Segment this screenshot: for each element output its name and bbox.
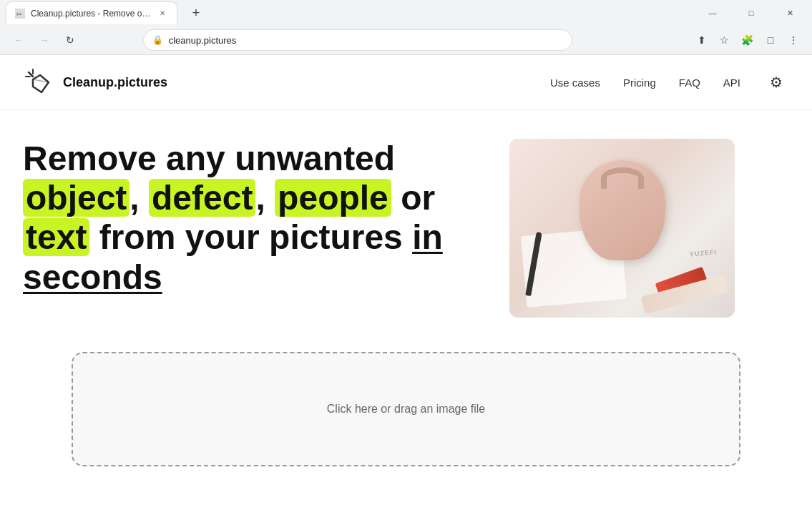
hero-underline-in: in <box>412 218 443 256</box>
brand-text-decoration: YUZEFI <box>690 248 718 258</box>
hero-plain1: Remove any unwanted <box>23 139 395 177</box>
hero-highlight-defect: defect <box>149 179 255 217</box>
hero-image: YUZEFI <box>509 139 735 318</box>
browser-tab[interactable]: ✂ Cleanup.pictures - Remove objec ✕ <box>6 1 177 24</box>
browser-toolbar: ⬆ ☆ 🧩 □ ⋮ <box>692 30 803 50</box>
hero-image-inner: YUZEFI <box>509 139 735 318</box>
new-tab-button[interactable]: + <box>186 3 206 23</box>
back-button[interactable]: ← <box>9 30 29 50</box>
title-bar: ✂ Cleanup.pictures - Remove objec ✕ + — … <box>0 0 812 26</box>
share-icon[interactable]: ⬆ <box>692 30 712 50</box>
hero-section: Remove any unwanted object, defect, peop… <box>0 110 812 340</box>
tab-favicon: ✂ <box>15 9 25 19</box>
window-controls: — □ ✕ <box>696 0 806 26</box>
hero-comma1: , <box>129 179 139 217</box>
address-bar: ← → ↻ 🔒 cleanup.pictures ⬆ ☆ 🧩 □ ⋮ <box>0 26 812 54</box>
bookmark-icon[interactable]: ☆ <box>715 30 735 50</box>
hero-highlight-people: people <box>275 179 391 217</box>
address-text: cleanup.pictures <box>169 35 563 46</box>
svg-text:✂: ✂ <box>16 11 22 18</box>
maximize-button[interactable]: □ <box>735 0 768 26</box>
hero-underline-seconds: seconds <box>23 258 162 296</box>
settings-icon[interactable]: ⚙ <box>763 69 789 95</box>
hero-highlight-object: object <box>23 179 129 217</box>
tab-title: Cleanup.pictures - Remove objec <box>31 9 151 19</box>
logo-icon <box>23 67 54 98</box>
nav-api[interactable]: API <box>723 77 740 89</box>
bag-shape <box>579 160 665 260</box>
upload-zone[interactable]: Click here or drag an image file <box>72 352 740 466</box>
browser-menu-icon[interactable]: ⋮ <box>783 30 803 50</box>
minimize-button[interactable]: — <box>696 0 729 26</box>
page-content: Cleanup.pictures Use cases Pricing FAQ A… <box>0 55 812 490</box>
upload-placeholder: Click here or drag an image file <box>327 403 485 416</box>
svg-marker-5 <box>33 75 49 92</box>
nav-pricing[interactable]: Pricing <box>623 77 656 89</box>
logo-text: Cleanup.pictures <box>63 75 167 90</box>
browser-chrome: ✂ Cleanup.pictures - Remove objec ✕ + — … <box>0 0 812 55</box>
hero-text: Remove any unwanted object, defect, peop… <box>23 139 481 303</box>
logo[interactable]: Cleanup.pictures <box>23 67 167 98</box>
address-input-wrap[interactable]: 🔒 cleanup.pictures <box>143 29 572 51</box>
upload-section: Click here or drag an image file <box>0 340 812 490</box>
hero-comma2: , <box>255 179 265 217</box>
nav-use-cases[interactable]: Use cases <box>550 77 600 89</box>
bag-handle <box>601 167 644 189</box>
hero-plain2: or <box>401 179 435 217</box>
hero-heading: Remove any unwanted object, defect, peop… <box>23 139 481 297</box>
extensions-icon[interactable]: 🧩 <box>738 30 758 50</box>
tab-close-button[interactable]: ✕ <box>157 8 168 19</box>
reload-button[interactable]: ↻ <box>60 30 80 50</box>
hero-highlight-text: text <box>23 218 89 256</box>
split-view-icon[interactable]: □ <box>760 30 781 50</box>
site-nav: Cleanup.pictures Use cases Pricing FAQ A… <box>0 55 812 110</box>
nav-faq[interactable]: FAQ <box>679 77 700 89</box>
hero-plain3: from your pictures <box>99 218 403 256</box>
close-button[interactable]: ✕ <box>773 0 806 26</box>
forward-button[interactable]: → <box>34 30 54 50</box>
nav-links: Use cases Pricing FAQ API ⚙ <box>550 69 789 95</box>
lock-icon: 🔒 <box>152 35 163 45</box>
